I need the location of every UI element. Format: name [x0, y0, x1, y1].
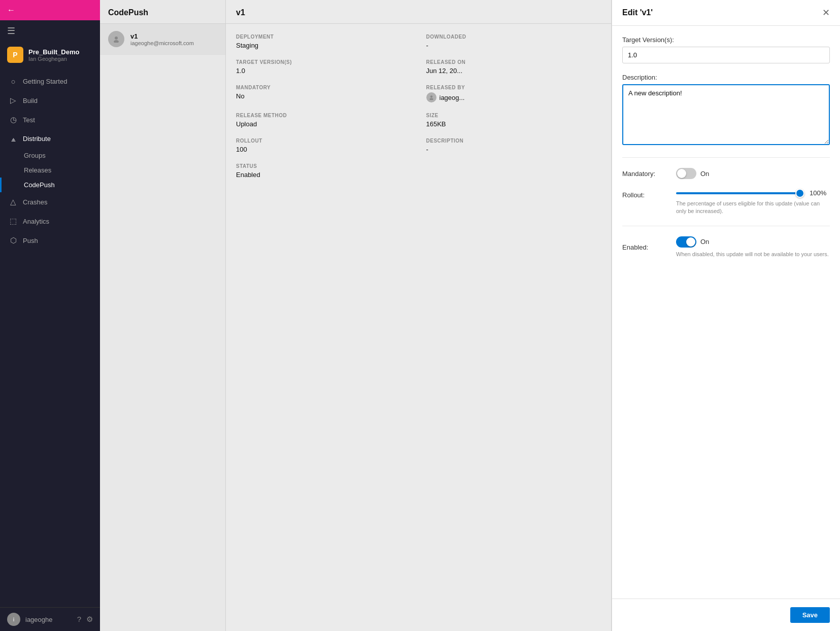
- bottom-username: iageoghe: [25, 616, 53, 623]
- v1-column-header: v1: [226, 0, 611, 24]
- enabled-toggle[interactable]: [676, 236, 696, 248]
- enabled-label: Enabled:: [622, 243, 668, 251]
- target-version-input[interactable]: [622, 47, 830, 63]
- rollout-slider-section: 100% The percentage of users eligible fo…: [676, 189, 830, 216]
- detail-release-method: RELEASE METHOD Upload: [236, 113, 411, 128]
- sidebar-item-getting-started[interactable]: ○ Getting Started: [0, 72, 100, 91]
- mandatory-row: Mandatory: On: [622, 168, 830, 179]
- edit-panel-title: Edit 'v1': [622, 8, 653, 17]
- edit-panel-footer: Save: [612, 599, 840, 631]
- divider2: [622, 226, 830, 226]
- detail-value: -: [426, 146, 601, 153]
- test-icon: ◷: [9, 115, 18, 124]
- hamburger-menu[interactable]: ☰: [0, 20, 100, 42]
- app-name: Pre_Built_Demo: [28, 48, 79, 56]
- detail-status: STATUS Enabled: [236, 163, 411, 179]
- detail-value: Upload: [236, 120, 411, 128]
- releases-label: Releases: [24, 166, 51, 174]
- groups-label: Groups: [24, 152, 46, 159]
- divider: [622, 157, 830, 158]
- rollout-row: Rollout: 100% The percentage of users el…: [622, 189, 830, 216]
- sidebar-item-analytics[interactable]: ⬚ Analytics: [0, 212, 100, 231]
- slider-row: 100%: [676, 189, 830, 197]
- enabled-row: Enabled: On When disabled, this update w…: [622, 236, 830, 258]
- detail-value: iageog...: [426, 92, 601, 102]
- app-user: Ian Geoghegan: [28, 56, 79, 62]
- hamburger-icon: ☰: [7, 26, 15, 36]
- v1-column: v1 DEPLOYMENT Staging DOWNLOADED - TARGE…: [226, 0, 612, 631]
- enabled-hint: When disabled, this update will not be a…: [676, 251, 829, 258]
- sidebar-item-test[interactable]: ◷ Test: [0, 110, 100, 129]
- detail-label: TARGET VERSION(S): [236, 59, 411, 65]
- list-item[interactable]: v1 iageoghe@microsoft.com: [100, 24, 225, 55]
- app-icon: P: [7, 47, 23, 63]
- release-name: v1: [130, 32, 194, 40]
- edit-panel: Edit 'v1' ✕ Target Version(s): Descripti…: [612, 0, 840, 631]
- mandatory-toggle-wrapper: On: [676, 168, 709, 179]
- detail-target-version: TARGET VERSION(S) 1.0: [236, 59, 411, 75]
- enabled-toggle-label: On: [700, 238, 709, 246]
- save-button[interactable]: Save: [790, 607, 830, 623]
- detail-description: DESCRIPTION -: [426, 138, 601, 153]
- bottom-icons: ? ⚙: [77, 615, 93, 624]
- description-group: Description: A new description!: [622, 74, 830, 147]
- detail-mandatory: MANDATORY No: [236, 85, 411, 102]
- edit-panel-body: Target Version(s): Description: A new de…: [612, 26, 840, 599]
- app-info: P Pre_Built_Demo Ian Geoghegan: [0, 42, 100, 68]
- mandatory-label: Mandatory:: [622, 170, 668, 178]
- svg-point-0: [115, 37, 118, 40]
- close-button[interactable]: ✕: [822, 8, 830, 17]
- edit-panel-header: Edit 'v1' ✕: [612, 0, 840, 26]
- enabled-toggle-section: On When disabled, this update will not b…: [676, 236, 829, 258]
- rollout-hint: The percentage of users eligible for thi…: [676, 200, 830, 216]
- sidebar-item-push[interactable]: ⬡ Push: [0, 231, 100, 250]
- mandatory-control: On: [676, 168, 830, 179]
- sidebar-item-build[interactable]: ▷ Build: [0, 91, 100, 110]
- codepush-label: CodePush: [24, 181, 55, 189]
- detail-downloaded: DOWNLOADED -: [426, 34, 601, 49]
- sidebar-item-label: Test: [23, 116, 35, 124]
- sidebar-item-crashes[interactable]: △ Crashes: [0, 192, 100, 212]
- detail-label: RELEASE METHOD: [236, 113, 411, 118]
- sidebar: ← ☰ P Pre_Built_Demo Ian Geoghegan ○ Get…: [0, 0, 100, 631]
- sidebar-item-codepush[interactable]: CodePush: [0, 178, 100, 192]
- sidebar-item-label: Crashes: [23, 198, 47, 206]
- detail-value: 100: [236, 146, 411, 153]
- sidebar-item-releases[interactable]: Releases: [0, 163, 100, 178]
- detail-value: -: [426, 42, 601, 49]
- detail-label: MANDATORY: [236, 85, 411, 90]
- mandatory-toggle[interactable]: [676, 168, 696, 179]
- sidebar-item-label: Push: [23, 237, 38, 244]
- release-info: v1 iageoghe@microsoft.com: [130, 32, 194, 46]
- detail-value: Enabled: [236, 171, 411, 179]
- enabled-control: On When disabled, this update will not b…: [676, 236, 830, 258]
- detail-label: STATUS: [236, 163, 411, 169]
- sidebar-item-distribute[interactable]: ⟁ Distribute: [0, 129, 100, 148]
- back-button[interactable]: ←: [0, 0, 100, 20]
- description-label: Description:: [622, 74, 830, 81]
- sidebar-item-groups[interactable]: Groups: [0, 148, 100, 163]
- detail-rollout: ROLLOUT 100: [236, 138, 411, 153]
- settings-icon[interactable]: ⚙: [86, 615, 93, 624]
- detail-deployment: DEPLOYMENT Staging: [236, 34, 411, 49]
- help-icon[interactable]: ?: [77, 615, 81, 624]
- rollout-slider[interactable]: [676, 192, 804, 194]
- description-textarea[interactable]: A new description!: [622, 84, 830, 145]
- sidebar-item-label: Distribute: [23, 135, 51, 143]
- push-icon: ⬡: [9, 236, 18, 245]
- detail-value: 1.0: [236, 67, 411, 75]
- detail-value: Staging: [236, 42, 411, 49]
- target-version-group: Target Version(s):: [622, 36, 830, 63]
- detail-value: Jun 12, 20...: [426, 67, 601, 75]
- avatar: [108, 31, 124, 47]
- detail-label: DESCRIPTION: [426, 138, 601, 144]
- codepush-column: CodePush v1 iageoghe@microsoft.com: [100, 0, 226, 631]
- codepush-column-header: CodePush: [100, 0, 225, 24]
- analytics-icon: ⬚: [9, 217, 18, 226]
- mandatory-toggle-knob: [677, 169, 686, 178]
- rollout-label: Rollout:: [622, 189, 668, 199]
- detail-size: SIZE 165KB: [426, 113, 601, 128]
- detail-value: 165KB: [426, 120, 601, 128]
- distribute-icon: ⟁: [9, 134, 18, 143]
- detail-label: RELEASED ON: [426, 59, 601, 65]
